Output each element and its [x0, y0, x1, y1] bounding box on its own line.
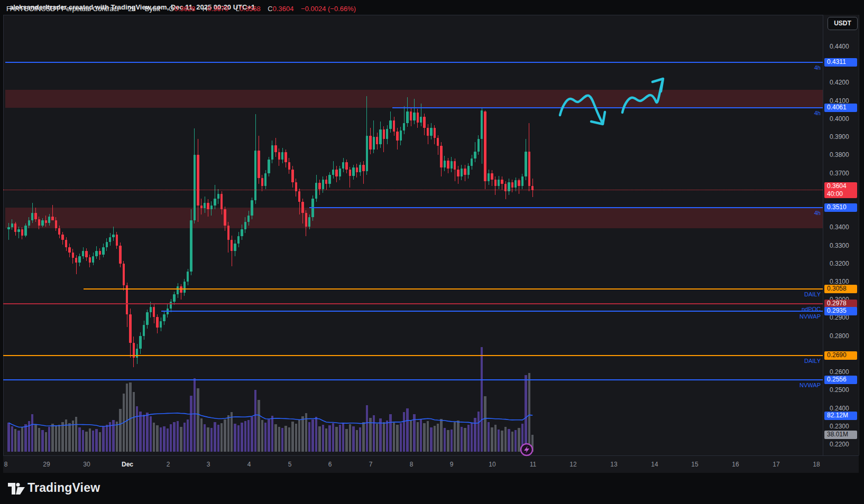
footer-bar: [0, 473, 864, 504]
volume-bar: [78, 427, 80, 452]
volume-bar: [305, 413, 307, 452]
candle-body: [102, 247, 104, 255]
candle-body: [251, 200, 253, 216]
volume-bar: [139, 412, 141, 452]
volume-bar: [417, 422, 419, 452]
volume-bar: [501, 431, 503, 452]
price-tick-label: 0.4200: [830, 79, 849, 86]
tradingview-logo-icon[interactable]: [7, 482, 25, 496]
volume-bar: [288, 427, 290, 452]
volume-bar: [207, 427, 209, 452]
volume-bar: [332, 423, 334, 452]
price-axis[interactable]: 0.44000.42000.41000.40000.39000.38000.37…: [823, 15, 859, 455]
level-price-label: 0.3058: [824, 285, 857, 293]
time-tick-label: 11: [530, 461, 536, 468]
candle-wick: [19, 227, 19, 238]
volume-bar: [133, 392, 135, 452]
volume-bar: [504, 427, 507, 452]
volume-bar: [298, 419, 300, 452]
volume-bar: [51, 424, 53, 452]
volume-bar: [531, 435, 534, 452]
volume-bar: [156, 425, 158, 452]
candle-body: [369, 136, 371, 150]
volume-bar: [65, 419, 67, 452]
candle-body: [51, 217, 53, 220]
volume-bar: [85, 432, 87, 452]
candle-body: [48, 217, 50, 223]
candle-body: [386, 129, 388, 139]
time-tick-label: 4: [247, 461, 251, 468]
volume-bar: [447, 430, 449, 452]
candle-body: [427, 128, 429, 136]
candle-body: [447, 161, 449, 169]
volume-bar: [508, 429, 510, 452]
volume-bar: [247, 420, 250, 452]
volume-bar: [440, 419, 442, 452]
candle-body: [301, 202, 304, 213]
candle-body: [488, 173, 490, 181]
volume-bar: [369, 418, 371, 452]
volume-bar: [356, 430, 358, 452]
volume-bar: [146, 413, 148, 452]
volume-bar: [129, 382, 131, 452]
volume-bar: [68, 423, 70, 452]
level-tag: NVWAP: [789, 382, 821, 388]
volume-bar: [322, 425, 324, 452]
volume-bar: [325, 428, 327, 452]
candle-body: [38, 219, 40, 226]
symbol-header[interactable]: FARTCOINUSDT Perpetual Contract·2h·Bybit…: [6, 3, 356, 15]
candle-body: [393, 120, 395, 132]
time-tick-label: 18: [813, 461, 820, 468]
candle-body: [298, 191, 300, 202]
volume-bar: [112, 420, 114, 452]
volume-bar: [521, 424, 523, 452]
volume-bar: [194, 378, 196, 452]
zone-highlight: [5, 208, 823, 228]
volume-bar: [102, 426, 104, 452]
tradingview-brand-text[interactable]: TradingView: [27, 481, 100, 495]
interval[interactable]: 2h: [128, 5, 135, 13]
candle-body: [254, 151, 256, 200]
level-price-label: 0.2935: [824, 307, 857, 315]
volume-bar: [160, 427, 162, 452]
candle-body: [11, 223, 13, 227]
volume-bar: [457, 421, 459, 452]
candle-body: [258, 151, 260, 178]
candle-body: [234, 244, 236, 251]
current-price-line: [3, 190, 823, 190]
candle-body: [170, 302, 172, 309]
price-tick-label: 0.4000: [830, 115, 849, 123]
candle-body: [241, 229, 243, 237]
volume-bar: [471, 423, 473, 452]
candle-body: [281, 152, 283, 160]
volume-bar: [444, 428, 446, 452]
volume-bar: [7, 423, 10, 452]
candle-body: [61, 235, 63, 240]
volume-bar: [423, 423, 425, 452]
candle-body: [318, 183, 320, 189]
volume-bar: [38, 428, 40, 452]
price-tick-label: 0.2800: [830, 332, 849, 340]
candle-body: [116, 235, 118, 246]
time-tick-label: 7: [369, 461, 373, 468]
candle-body: [129, 314, 131, 343]
candle-body: [247, 216, 250, 222]
volume-bar: [82, 430, 84, 452]
candle-body: [95, 251, 97, 256]
candle-body: [521, 176, 523, 185]
currency-toggle-button[interactable]: USDT: [828, 17, 858, 30]
volume-bar: [183, 423, 186, 452]
volume-bar: [264, 423, 266, 452]
candle-body: [305, 213, 307, 227]
time-axis[interactable]: 82930Dec23456789101112131415161718: [3, 455, 859, 473]
low-label: L: [236, 5, 240, 13]
volume-bar: [400, 423, 402, 452]
candle-body: [423, 117, 425, 128]
time-tick-label: 6: [328, 461, 332, 468]
volume-value-label: 38.01M: [824, 431, 857, 439]
time-tick-label: 15: [691, 461, 698, 468]
candle-body: [58, 228, 60, 235]
volume-bar: [352, 426, 354, 452]
volume-bar: [150, 416, 152, 452]
chart-pane[interactable]: 4h4h4hDAILYndPOCNVWAPDAILYNVWAP: [3, 15, 823, 455]
